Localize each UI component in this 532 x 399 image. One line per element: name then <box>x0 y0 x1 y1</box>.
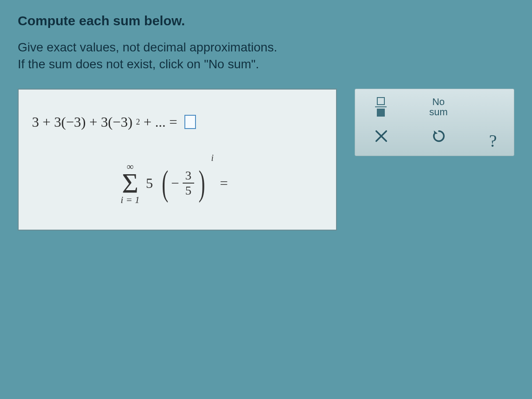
problem-1: 3 + 3(−3) + 3(−3)2 + ... = <box>32 114 323 130</box>
fraction-icon-bottom <box>377 109 385 117</box>
fraction-tool-button[interactable] <box>368 96 393 117</box>
instructions: Give exact values, not decimal approxima… <box>18 39 514 73</box>
fraction-icon <box>375 97 387 117</box>
fraction-icon-top <box>377 97 385 105</box>
p2-fraction: 3 5 <box>181 169 196 197</box>
x-icon <box>374 129 389 147</box>
p1-answer-input[interactable] <box>184 115 196 129</box>
p1-exponent: 2 <box>136 117 140 127</box>
right-paren: ) <box>199 171 205 196</box>
p1-expression-prefix: 3 + 3(−3) + 3(−3) <box>32 114 133 130</box>
help-button[interactable]: ? <box>485 127 508 149</box>
problem-box: 3 + 3(−3) + 3(−3)2 + ... = ∞ Σ i = 1 5 (… <box>18 89 337 231</box>
p2-frac-num: 3 <box>183 169 194 184</box>
p2-paren-group: ( − 3 5 ) <box>159 169 207 197</box>
math-keypad: No sum ? <box>355 89 514 156</box>
question-panel: Compute each sum below. Give exact value… <box>0 0 532 244</box>
keypad-row-1: No sum <box>361 96 508 117</box>
sigma-lower: i = 1 <box>121 195 140 205</box>
instructions-line-1: Give exact values, not decimal approxima… <box>18 39 514 56</box>
sigma-symbol: Σ <box>122 171 138 196</box>
clear-button[interactable] <box>370 127 392 149</box>
reset-button[interactable] <box>428 127 450 149</box>
no-sum-label: No sum <box>424 97 453 117</box>
p2-coefficient: 5 <box>146 175 153 192</box>
p2-neg-sign: − <box>171 175 179 192</box>
instructions-line-2: If the sum does not exist, click on "No … <box>18 56 514 73</box>
problem-2: ∞ Σ i = 1 5 ( − 3 5 ) i = <box>32 162 323 205</box>
p1-expression-suffix: + ... = <box>144 114 177 130</box>
p2-frac-den: 5 <box>185 184 192 197</box>
no-sum-button[interactable]: No sum <box>424 96 453 117</box>
work-area: 3 + 3(−3) + 3(−3)2 + ... = ∞ Σ i = 1 5 (… <box>18 89 514 231</box>
p2-power: i <box>211 153 214 163</box>
fraction-icon-bar <box>375 106 387 107</box>
keypad-row-2: ? <box>361 127 508 149</box>
left-paren: ( <box>162 171 168 196</box>
help-icon: ? <box>489 130 504 145</box>
reset-icon <box>431 129 446 147</box>
p2-equals: = <box>220 175 228 192</box>
sigma-block: ∞ Σ i = 1 <box>121 162 140 205</box>
question-heading: Compute each sum below. <box>18 13 514 28</box>
no-sum-line2: sum <box>424 107 453 117</box>
no-sum-line1: No <box>424 97 453 107</box>
